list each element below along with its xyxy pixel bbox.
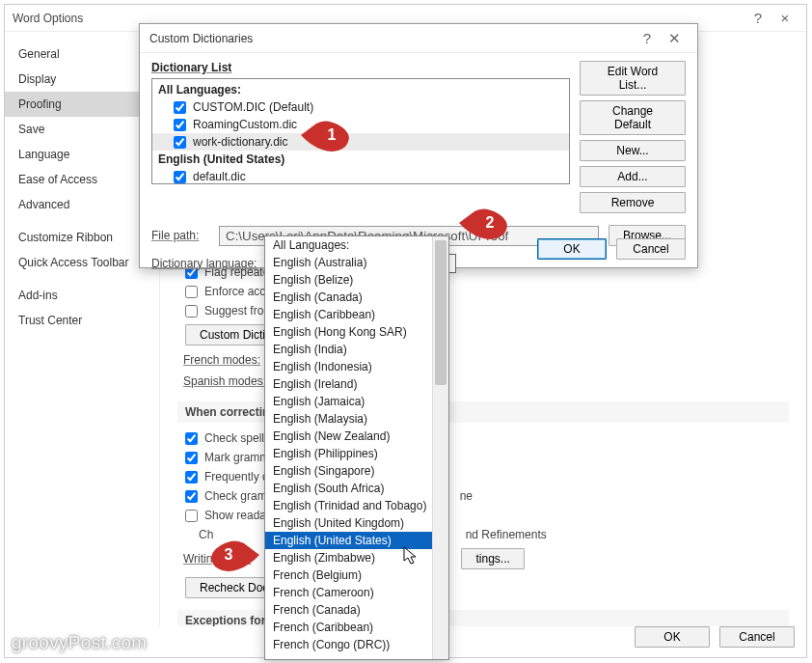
enforce-acc-label: Enforce acce [204, 285, 272, 298]
remove-dict-button[interactable]: Remove [580, 192, 686, 213]
dropdown-scrollbar[interactable] [432, 236, 448, 659]
language-option[interactable]: French (Cameroon) [265, 584, 432, 601]
language-option[interactable]: English (Zimbabwe) [265, 549, 432, 566]
language-option[interactable]: English (Malaysia) [265, 410, 432, 428]
dict-cancel-button[interactable]: Cancel [616, 238, 686, 260]
language-option[interactable]: French (Canada) [265, 601, 432, 619]
language-option[interactable]: English (South Africa) [265, 480, 432, 497]
custom-dict-close-icon[interactable]: ✕ [661, 28, 688, 49]
options-ok-button[interactable]: OK [635, 626, 710, 648]
new-dict-button[interactable]: New... [580, 140, 686, 161]
dict-item-custom-checkbox[interactable] [174, 101, 186, 114]
language-option[interactable]: French (Congo (DRC)) [265, 636, 432, 653]
dict-item-custom[interactable]: CUSTOM.DIC (Default) [152, 98, 569, 116]
dict-list-caption: Dictionary List [151, 61, 570, 74]
language-option[interactable]: English (Canada) [265, 289, 432, 306]
writing-style-label: Writing Style: [183, 552, 251, 566]
word-options-help-icon[interactable]: ? [744, 8, 771, 29]
word-options-close-icon[interactable]: × [771, 8, 798, 29]
language-option[interactable]: English (Philippines) [265, 445, 432, 462]
language-option[interactable]: English (Belize) [265, 271, 432, 289]
language-option[interactable]: English (United Kingdom) [265, 514, 432, 532]
language-dropdown[interactable]: All Languages:English (Australia)English… [264, 235, 449, 660]
edit-word-list-button[interactable]: Edit Word List... [580, 61, 686, 96]
sidebar-item-proofing[interactable]: Proofing [5, 92, 159, 117]
settings-button[interactable]: tings... [461, 548, 524, 569]
mark-grammar-checkbox[interactable] [185, 452, 198, 464]
frequently-label: Frequently c [204, 470, 268, 483]
dict-listbox[interactable]: All Languages: CUSTOM.DIC (Default) Roam… [151, 78, 570, 184]
language-option[interactable]: English (Trinidad and Tobago) [265, 497, 432, 514]
sidebar-item-advanced[interactable]: Advanced [5, 192, 159, 217]
sidebar-item-ribbon[interactable]: Customize Ribbon [5, 225, 159, 250]
custom-dict-titlebar: Custom Dictionaries ? ✕ [140, 24, 697, 53]
refinements-trail: nd Refinements [466, 528, 547, 541]
sidebar-item-display[interactable]: Display [5, 67, 159, 92]
language-option[interactable]: All Languages: [265, 236, 432, 254]
dict-group-all: All Languages: [152, 81, 569, 98]
language-option[interactable]: English (Australia) [265, 254, 432, 271]
suggest-from-label: Suggest from [204, 304, 273, 318]
show-readab-label: Show readab [204, 509, 273, 522]
show-readab-checkbox[interactable] [185, 510, 198, 522]
add-dict-button[interactable]: Add... [580, 166, 686, 187]
language-option[interactable]: English (Singapore) [265, 462, 432, 480]
language-option[interactable]: English (Ireland) [265, 375, 432, 393]
language-option[interactable]: English (Jamaica) [265, 393, 432, 410]
word-options-sidebar: General Display Proofing Save Language E… [5, 32, 160, 626]
language-option[interactable]: English (United States) [265, 532, 432, 549]
dict-item-work-checkbox[interactable] [174, 136, 186, 149]
dict-item-default[interactable]: default.dic [152, 168, 569, 184]
sidebar-item-general[interactable]: General [5, 41, 159, 67]
scrollbar-thumb[interactable] [435, 240, 447, 385]
dict-group-en-us: English (United States) [152, 151, 569, 168]
custom-dictionaries-dialog: Custom Dictionaries ? ✕ Dictionary List … [139, 23, 698, 268]
sidebar-item-qat[interactable]: Quick Access Toolbar [5, 250, 159, 275]
language-option[interactable]: English (Hong Kong SAR) [265, 323, 432, 341]
dict-ok-button[interactable]: OK [537, 238, 607, 260]
check-gram2-checkbox[interactable] [185, 490, 198, 503]
sidebar-item-addins[interactable]: Add-ins [5, 283, 159, 308]
dict-item-roaming[interactable]: RoamingCustom.dic [152, 116, 569, 133]
dict-language-label: Dictionary language: [151, 257, 267, 270]
spanish-modes-label: Spanish modes: [183, 374, 266, 388]
options-cancel-button[interactable]: Cancel [719, 626, 795, 648]
sidebar-item-language[interactable]: Language [5, 142, 159, 167]
dict-item-roaming-checkbox[interactable] [174, 119, 186, 131]
choice-label: Ch [199, 528, 213, 541]
language-option[interactable]: French (Caribbean) [265, 619, 432, 636]
french-modes-label: French modes: [183, 353, 260, 367]
custom-dict-title: Custom Dictionaries [149, 32, 634, 45]
dict-item-default-checkbox[interactable] [174, 171, 186, 183]
custom-dict-help-icon[interactable]: ? [634, 28, 661, 49]
trail-ne: ne [460, 489, 473, 503]
dict-item-work[interactable]: work-dictionary.dic [152, 133, 569, 151]
options-footer: OK Cancel [635, 626, 795, 648]
enforce-acc-checkbox[interactable] [185, 286, 198, 298]
sidebar-item-trust[interactable]: Trust Center [5, 308, 159, 333]
file-path-label: File path: [151, 229, 209, 242]
language-option[interactable]: English (Indonesia) [265, 358, 432, 375]
sidebar-item-save[interactable]: Save [5, 117, 159, 142]
change-default-button[interactable]: Change Default [580, 100, 686, 135]
language-option[interactable]: English (India) [265, 341, 432, 358]
language-option[interactable]: English (Caribbean) [265, 306, 432, 323]
sidebar-item-ease[interactable]: Ease of Access [5, 167, 159, 192]
frequently-checkbox[interactable] [185, 471, 198, 483]
language-dropdown-list[interactable]: All Languages:English (Australia)English… [265, 236, 432, 659]
language-option[interactable]: English (New Zealand) [265, 428, 432, 445]
check-spelling-checkbox[interactable] [185, 432, 198, 445]
language-option[interactable]: French (Belgium) [265, 566, 432, 584]
suggest-from-checkbox[interactable] [185, 305, 198, 318]
